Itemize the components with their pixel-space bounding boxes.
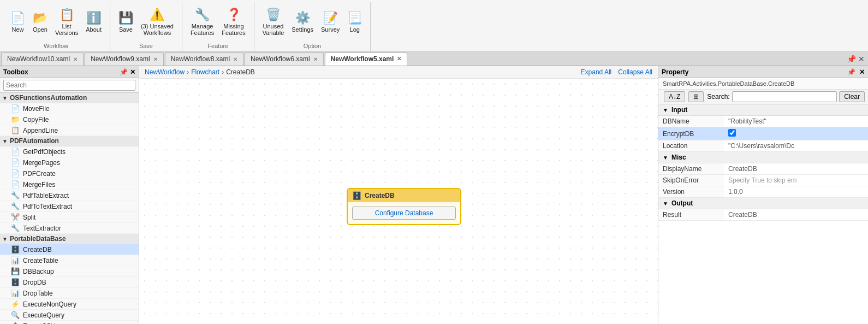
- misc-section-arrow-icon: ▼: [663, 155, 668, 161]
- tabbar-close-icon[interactable]: ✕: [858, 55, 865, 63]
- list-item[interactable]: ⚡ ExecuteNonQuery: [0, 299, 139, 310]
- list-item[interactable]: 📄 GetPdfObjects: [0, 146, 139, 157]
- list-item[interactable]: 📊 DropTable: [0, 288, 139, 299]
- prop-key-encryptdb: EncryptDB: [658, 127, 724, 140]
- missing-features-button[interactable]: ❓ MissingFeatures: [218, 5, 249, 39]
- list-item[interactable]: 📁 CopyFile: [0, 114, 139, 125]
- property-panel-header: Property 📌 ✕: [658, 66, 868, 78]
- sort-az-button[interactable]: A↓Z: [664, 91, 685, 102]
- prop-value-skiponerror[interactable]: Specify True to skip ern: [724, 175, 868, 186]
- prop-key-result: Result: [658, 209, 724, 221]
- table-row[interactable]: Version 1.0.0: [658, 186, 868, 198]
- prop-value-result[interactable]: CreateDB: [724, 209, 868, 221]
- list-item[interactable]: 📋 AppendLine: [0, 125, 139, 136]
- manage-features-label: ManageFeatures: [191, 23, 214, 36]
- table-row[interactable]: SkipOnError Specify True to skip ern: [658, 175, 868, 186]
- prop-key-location: Location: [658, 140, 724, 152]
- tab-newworkflow6[interactable]: NewWorkflow6.xaml ✕: [245, 52, 323, 66]
- configure-database-button[interactable]: Configure Database: [352, 207, 456, 220]
- prop-section-input-header[interactable]: ▼ Input: [658, 104, 868, 116]
- tab-newworkflow8[interactable]: NewWorkflow8.xaml ✕: [165, 52, 243, 66]
- tab-newworkflow5-close[interactable]: ✕: [397, 56, 401, 62]
- list-versions-button[interactable]: 📋 ListVersions: [51, 5, 82, 39]
- table-row[interactable]: Result CreateDB: [658, 209, 868, 221]
- tab-newworkflow5[interactable]: NewWorkflow5.xaml ✕: [325, 52, 408, 66]
- list-item[interactable]: 📊 CreateTable: [0, 255, 139, 266]
- createdb-icon: 🗄️: [11, 245, 20, 254]
- list-item[interactable]: 📤 ExportCSV: [0, 321, 139, 324]
- prop-value-location[interactable]: "C:\Users\ravsalom\Dc: [724, 140, 868, 152]
- copyfile-label: CopyFile: [23, 116, 49, 123]
- unsaved-workflows-button[interactable]: ⚠️ (3) UnsavedWorkflows: [137, 5, 177, 39]
- list-item[interactable]: 🔧 PdfTableExtract: [0, 190, 139, 201]
- save-button[interactable]: 💾 Save: [115, 5, 137, 39]
- about-button[interactable]: ℹ️ About: [82, 5, 105, 39]
- tree-group-portabledb-header[interactable]: ▼ PortableDataBase: [0, 234, 139, 244]
- tab-newworkflow10-close[interactable]: ✕: [73, 56, 78, 62]
- table-row[interactable]: DBName "RobilityTest": [658, 116, 868, 127]
- list-item[interactable]: 🔍 ExecuteQuery: [0, 310, 139, 321]
- dropdb-label: DropDB: [23, 279, 46, 286]
- manage-features-icon: 🔧: [195, 8, 210, 22]
- canvas[interactable]: 🗄️ CreateDB Configure Database: [139, 79, 658, 324]
- settings-button[interactable]: ⚙️ Settings: [288, 5, 317, 39]
- property-search-bar: A↓Z ⊞ Search: Clear: [658, 90, 868, 104]
- tab-newworkflow10[interactable]: NewWorkflow10.xaml ✕: [1, 52, 84, 66]
- breadcrumb-newworkflow[interactable]: NewWorkflow: [145, 68, 185, 76]
- unused-variable-button[interactable]: 🗑️ UnusedVariable: [259, 5, 288, 39]
- toolbar-group-workflow: 📄 New 📂 Open 📋 ListVersions ℹ️ About Wor…: [2, 2, 110, 51]
- log-button[interactable]: 📃 Log: [343, 5, 366, 39]
- sort-category-button[interactable]: ⊞: [688, 91, 704, 102]
- tab-newworkflow9[interactable]: NewWorkflow9.xaml ✕: [85, 52, 163, 66]
- collapse-all-button[interactable]: Collapse All: [618, 68, 652, 76]
- list-item[interactable]: ✂️ Split: [0, 212, 139, 223]
- prop-close-icon[interactable]: ✕: [859, 68, 865, 76]
- toolbar-workflow-buttons: 📄 New 📂 Open 📋 ListVersions ℹ️ About: [7, 2, 105, 42]
- save-icon: 💾: [118, 11, 133, 25]
- list-item[interactable]: 📄 MergeFiles: [0, 179, 139, 190]
- prop-value-encryptdb[interactable]: [724, 127, 868, 140]
- list-item[interactable]: 📄 PDFCreate: [0, 168, 139, 179]
- tab-newworkflow9-close[interactable]: ✕: [153, 56, 158, 62]
- list-item[interactable]: 🔧 PdfToTextExtract: [0, 201, 139, 212]
- wf-node-body: Configure Database: [348, 202, 460, 224]
- breadcrumb-flowchart[interactable]: Flowchart: [191, 68, 219, 76]
- clear-button[interactable]: Clear: [839, 91, 865, 102]
- prop-pin-icon[interactable]: 📌: [847, 68, 855, 76]
- survey-button[interactable]: 📝 Survey: [317, 5, 343, 39]
- table-row[interactable]: DisplayName CreateDB: [658, 163, 868, 175]
- toolbox-search-input[interactable]: [3, 80, 135, 91]
- toolbox-pin-icon[interactable]: 📌: [120, 68, 128, 76]
- prop-value-version[interactable]: 1.0.0: [724, 186, 868, 198]
- search-label: Search:: [707, 93, 729, 101]
- prop-section-output-header[interactable]: ▼ Output: [658, 198, 868, 209]
- table-row[interactable]: Location "C:\Users\ravsalom\Dc: [658, 140, 868, 152]
- encryptdb-checkbox[interactable]: [728, 129, 736, 137]
- list-item[interactable]: 🗄️ DropDB: [0, 277, 139, 288]
- wf-node-title: CreateDB: [365, 192, 395, 199]
- list-item[interactable]: 📄 MoveFile: [0, 103, 139, 114]
- tabbar: NewWorkflow10.xaml ✕ NewWorkflow9.xaml ✕…: [0, 52, 868, 66]
- toolbox-close-icon[interactable]: ✕: [130, 68, 135, 76]
- new-button[interactable]: 📄 New: [7, 5, 29, 39]
- prop-section-misc-header[interactable]: ▼ Misc: [658, 152, 868, 163]
- property-search-input[interactable]: [732, 91, 837, 102]
- tab-newworkflow6-close[interactable]: ✕: [313, 56, 318, 62]
- tab-newworkflow8-close[interactable]: ✕: [233, 56, 237, 62]
- open-button[interactable]: 📂 Open: [29, 5, 51, 39]
- table-row[interactable]: EncryptDB: [658, 127, 868, 140]
- prop-value-dbname[interactable]: "RobilityTest": [724, 116, 868, 127]
- list-item[interactable]: 🔧 TextExtractor: [0, 223, 139, 234]
- node-db-icon: 🗄️: [352, 191, 361, 200]
- expand-all-button[interactable]: Expand All: [581, 68, 612, 76]
- list-item[interactable]: 🗄️ CreateDB: [0, 244, 139, 255]
- list-item[interactable]: 📄 MergePages: [0, 157, 139, 168]
- list-item[interactable]: 💾 DBBackup: [0, 266, 139, 277]
- prop-value-displayname[interactable]: CreateDB: [724, 163, 868, 175]
- createdb-label: CreateDB: [23, 246, 52, 254]
- tabbar-pin-icon[interactable]: 📌: [847, 55, 856, 63]
- tree-group-osfunctions-header[interactable]: ▼ OSFunctionsAutomation: [0, 93, 139, 103]
- mergepages-icon: 📄: [11, 158, 20, 167]
- tree-group-pdf-header[interactable]: ▼ PDFAutomation: [0, 136, 139, 146]
- manage-features-button[interactable]: 🔧 ManageFeatures: [187, 5, 218, 39]
